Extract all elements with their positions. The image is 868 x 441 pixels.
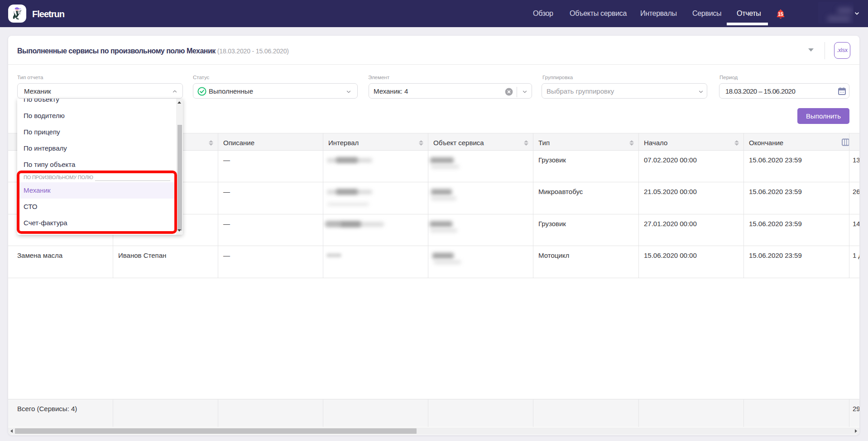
svg-text:15: 15	[778, 11, 783, 17]
